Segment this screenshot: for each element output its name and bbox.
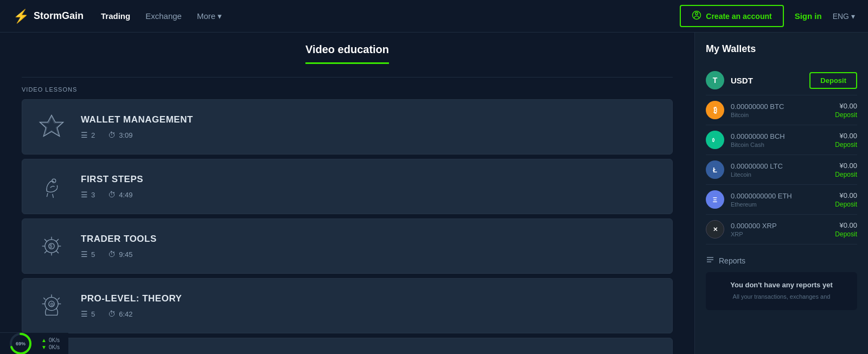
upload-speed: ▲ 0K/s xyxy=(41,337,60,343)
reports-label: Reports xyxy=(719,256,745,265)
reports-icon xyxy=(706,255,714,266)
bch-coin-icon: ₿ xyxy=(706,131,724,149)
upload-arrow-icon: ▲ xyxy=(41,337,47,343)
svg-point-1 xyxy=(695,12,698,15)
eth-deposit-link[interactable]: Deposit xyxy=(835,201,857,208)
section-label: VIDEO LESSONS xyxy=(22,86,673,93)
svg-point-16 xyxy=(711,136,720,145)
header-right: Create an account Sign in ENG ▾ xyxy=(680,5,855,27)
xrp-coin-name: XRP xyxy=(731,231,828,237)
eth-wallet-info: 0.0000000000 ETH Ethereum xyxy=(731,192,828,208)
bch-amount: 0.00000000 BCH xyxy=(731,132,828,140)
lesson-info: PRO-LEVEL: THEORY ☰ 5 ⏱ 6:42 xyxy=(81,293,659,318)
download-speed: ▼ 0K/s xyxy=(41,344,60,350)
bch-deposit-link[interactable]: Deposit xyxy=(835,141,857,149)
speed-values: ▲ 0K/s ▼ 0K/s xyxy=(41,337,60,350)
language-selector[interactable]: ENG ▾ xyxy=(833,12,855,21)
sign-in-link[interactable]: Sign in xyxy=(795,11,822,21)
svg-marker-2 xyxy=(40,115,63,136)
lesson-duration: ⏱ 6:42 xyxy=(108,310,132,318)
eth-amount: 0.0000000000 ETH xyxy=(731,192,828,200)
nav-trading[interactable]: Trading xyxy=(101,11,130,21)
lesson-info: WALLET MANAGEMENT ☰ 2 ⏱ 3:09 xyxy=(81,114,659,139)
btc-coin-name: Bitcoin xyxy=(731,112,828,118)
lesson-count: ☰ 5 xyxy=(81,250,95,259)
lesson-info: FIRST STEPS ☰ 3 ⏱ 4:49 xyxy=(81,174,659,199)
ltc-balance: ¥0.00 Deposit xyxy=(835,162,857,178)
user-circle-icon xyxy=(692,10,701,22)
speed-gauge: 69% xyxy=(9,332,33,355)
lesson-title: PRO-LEVEL: THEORY xyxy=(81,293,659,304)
logo-icon: ⚡ xyxy=(13,9,29,24)
lesson-card-wallet-management[interactable]: WALLET MANAGEMENT ☰ 2 ⏱ 3:09 xyxy=(22,99,673,155)
xrp-wallet-row: ✕ 0.000000 XRP XRP ¥0.00 Deposit xyxy=(706,215,857,244)
pro-level-icon: ⚙ xyxy=(35,289,68,322)
list-icon: ☰ xyxy=(81,310,88,318)
list-icon: ☰ xyxy=(81,190,88,199)
reports-empty-title: You don't have any reports yet xyxy=(714,281,848,289)
trader-tools-icon: $ xyxy=(35,230,68,262)
lesson-count: ☰ 5 xyxy=(81,310,95,318)
reports-empty-desc: All your transactions, exchanges and xyxy=(714,292,848,301)
reports-content: You don't have any reports yet All your … xyxy=(706,272,857,310)
lesson-duration: ⏱ 4:49 xyxy=(108,190,132,199)
eth-balance: ¥0.00 Deposit xyxy=(835,191,857,208)
usdt-deposit-button[interactable]: Deposit xyxy=(809,72,857,89)
lesson-info: TRADER TOOLS ☰ 5 ⏱ 9:45 xyxy=(81,234,659,259)
xrp-balance: ¥0.00 Deposit xyxy=(835,221,857,238)
gauge-label: 69% xyxy=(16,341,25,346)
xrp-wallet-info: 0.000000 XRP XRP xyxy=(731,222,828,237)
list-icon: ☰ xyxy=(81,131,88,139)
usdt-coin-icon: T xyxy=(706,71,724,89)
create-account-button[interactable]: Create an account xyxy=(680,5,783,27)
btc-deposit-link[interactable]: Deposit xyxy=(835,111,857,119)
logo-text: StormGain xyxy=(34,10,84,22)
nav-more[interactable]: More ▾ xyxy=(197,11,222,21)
clock-icon: ⏱ xyxy=(108,131,116,139)
lesson-title: FIRST STEPS xyxy=(81,174,659,185)
btc-balance: ¥0.00 Deposit xyxy=(835,102,857,119)
btc-amount: 0.00000000 BTC xyxy=(731,102,828,111)
title-divider xyxy=(22,77,673,78)
ltc-deposit-link[interactable]: Deposit xyxy=(835,171,857,178)
ltc-amount: 0.00000000 LTC xyxy=(731,162,828,170)
lesson-card-trader-tools[interactable]: $ TRADER TOOLS ☰ 5 ⏱ 9:45 xyxy=(22,218,673,274)
lesson-title: TRADER TOOLS xyxy=(81,234,659,244)
lesson-meta: ☰ 2 ⏱ 3:09 xyxy=(81,131,659,139)
logo[interactable]: ⚡ StormGain xyxy=(13,9,84,24)
svg-text:⚙: ⚙ xyxy=(50,302,54,307)
btc-wallet-row: ₿ 0.00000000 BTC Bitcoin ¥0.00 Deposit xyxy=(706,95,857,125)
lesson-duration: ⏱ 9:45 xyxy=(108,250,132,259)
lesson-count: ☰ 2 xyxy=(81,131,95,139)
ltc-wallet-row: Ł 0.00000000 LTC Litecoin ¥0.00 Deposit xyxy=(706,155,857,185)
lesson-card-first-steps[interactable]: FIRST STEPS ☰ 3 ⏱ 4:49 xyxy=(22,159,673,214)
svg-line-5 xyxy=(47,193,48,197)
page-title: Video education xyxy=(305,43,389,64)
reports-section: Reports You don't have any reports yet A… xyxy=(706,255,857,310)
eth-coin-icon: Ξ xyxy=(706,190,724,209)
sidebar-title: My Wallets xyxy=(706,43,857,55)
sidebar: My Wallets T USDT Deposit ₿ 0.00000000 B… xyxy=(694,33,868,354)
main-content: Video education VIDEO LESSONS WALLET MAN… xyxy=(0,33,868,354)
first-steps-icon xyxy=(35,170,68,203)
eth-wallet-row: Ξ 0.0000000000 ETH Ethereum ¥0.00 Deposi… xyxy=(706,185,857,215)
wallet-management-icon xyxy=(35,111,68,143)
clock-icon: ⏱ xyxy=(108,310,116,318)
usdt-wallet-row: T USDT Deposit xyxy=(706,66,857,95)
content-area: Video education VIDEO LESSONS WALLET MAN… xyxy=(0,33,694,354)
lesson-meta: ☰ 5 ⏱ 6:42 xyxy=(81,310,659,318)
lesson-card-pro-level[interactable]: ⚙ PRO-LEVEL: THEORY ☰ 5 ⏱ 6:42 xyxy=(22,278,673,333)
btc-coin-icon: ₿ xyxy=(706,101,724,119)
page-title-section: Video education xyxy=(22,43,673,64)
nav-exchange[interactable]: Exchange xyxy=(145,11,182,21)
lesson-title: WALLET MANAGEMENT xyxy=(81,114,659,125)
status-bar: 69% ▲ 0K/s ▼ 0K/s xyxy=(0,332,68,354)
xrp-coin-icon: ✕ xyxy=(706,220,724,239)
bch-wallet-info: 0.00000000 BCH Bitcoin Cash xyxy=(731,132,828,148)
lesson-card-introductory[interactable]: INTRODUCTORY TRADING COURSE (WEBINARS) xyxy=(22,338,673,354)
svg-line-6 xyxy=(53,194,54,198)
lesson-count: ☰ 3 xyxy=(81,190,95,199)
xrp-deposit-link[interactable]: Deposit xyxy=(835,230,857,238)
lesson-meta: ☰ 5 ⏱ 9:45 xyxy=(81,250,659,259)
ltc-coin-icon: Ł xyxy=(706,160,724,179)
